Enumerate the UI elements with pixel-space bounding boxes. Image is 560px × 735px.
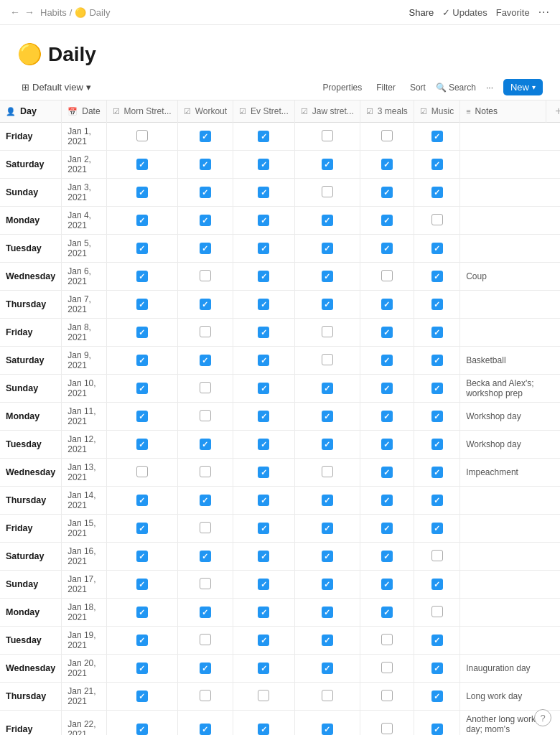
col-header-music[interactable]: ☑ Music [414,100,459,123]
checked-icon[interactable] [136,523,148,534]
cell-ev[interactable] [233,627,295,655]
cell-jaw[interactable] [294,655,360,683]
checked-icon[interactable] [200,551,211,562]
checked-icon[interactable] [200,299,211,310]
cell-day[interactable]: Saturday [0,347,62,375]
cell-morn[interactable] [106,487,177,515]
checked-icon[interactable] [431,724,443,735]
checked-icon[interactable] [136,327,148,338]
cell-workout[interactable] [177,375,233,403]
cell-day[interactable]: Sunday [0,375,62,403]
checked-icon[interactable] [322,439,333,450]
checked-icon[interactable] [200,495,211,506]
checked-icon[interactable] [381,187,393,198]
unchecked-icon[interactable] [200,326,211,337]
cell-day[interactable]: Thursday [0,487,62,515]
checked-icon[interactable] [381,495,393,506]
cell-morn[interactable] [106,655,177,683]
cell-day[interactable]: Monday [0,403,62,431]
cell-workout[interactable] [177,571,233,599]
cell-jaw[interactable] [294,487,360,515]
unchecked-icon[interactable] [200,270,211,281]
search-button[interactable]: 🔍 Search [436,83,476,93]
unchecked-icon[interactable] [322,690,333,701]
checked-icon[interactable] [258,579,269,590]
checked-icon[interactable] [381,551,393,562]
cell-meals[interactable] [360,319,414,347]
toolbar-more-button[interactable]: ··· [482,80,498,95]
cell-workout[interactable] [177,627,233,655]
cell-ev[interactable] [233,347,295,375]
cell-workout[interactable] [177,543,233,571]
cell-meals[interactable] [360,179,414,207]
checked-icon[interactable] [258,327,269,338]
checked-icon[interactable] [431,663,443,674]
checked-icon[interactable] [258,663,269,674]
cell-music[interactable] [414,571,459,599]
cell-ev[interactable] [233,151,295,179]
checked-icon[interactable] [258,467,269,478]
cell-music[interactable] [414,375,459,403]
checked-icon[interactable] [258,439,269,450]
unchecked-icon[interactable] [200,466,211,477]
cell-day[interactable]: Saturday [0,151,62,179]
unchecked-icon[interactable] [381,634,393,645]
cell-morn[interactable] [106,319,177,347]
cell-meals[interactable] [360,207,414,235]
checked-icon[interactable] [258,523,269,534]
cell-meals[interactable] [360,459,414,487]
cell-ev[interactable] [233,487,295,515]
cell-ev[interactable] [233,571,295,599]
cell-jaw[interactable] [294,235,360,263]
cell-day[interactable]: Wednesday [0,459,62,487]
cell-meals[interactable] [360,403,414,431]
cell-workout[interactable] [177,655,233,683]
checked-icon[interactable] [136,159,148,170]
sort-button[interactable]: Sort [406,80,430,95]
checked-icon[interactable] [431,495,443,506]
checked-icon[interactable] [381,467,393,478]
cell-meals[interactable] [360,235,414,263]
back-button[interactable]: ← [10,6,20,18]
unchecked-icon[interactable] [322,326,333,337]
cell-jaw[interactable] [294,627,360,655]
checked-icon[interactable] [431,411,443,422]
cell-day[interactable]: Wednesday [0,263,62,291]
checked-icon[interactable] [258,383,269,394]
cell-morn[interactable] [106,627,177,655]
new-button[interactable]: New ▾ [503,79,543,95]
checked-icon[interactable] [381,411,393,422]
cell-workout[interactable] [177,291,233,319]
cell-workout[interactable] [177,403,233,431]
cell-ev[interactable] [233,599,295,627]
cell-jaw[interactable] [294,683,360,711]
checked-icon[interactable] [431,467,443,478]
checked-icon[interactable] [322,215,333,226]
cell-morn[interactable] [106,459,177,487]
cell-ev[interactable] [233,319,295,347]
cell-meals[interactable] [360,263,414,291]
cell-music[interactable] [414,627,459,655]
cell-ev[interactable] [233,515,295,543]
checked-icon[interactable] [258,724,269,735]
cell-day[interactable]: Wednesday [0,655,62,683]
unchecked-icon[interactable] [200,690,211,701]
cell-music[interactable] [414,291,459,319]
cell-workout[interactable] [177,263,233,291]
unchecked-icon[interactable] [322,354,333,365]
cell-day[interactable]: Thursday [0,683,62,711]
unchecked-icon[interactable] [200,410,211,421]
checked-icon[interactable] [258,635,269,646]
checked-icon[interactable] [431,299,443,310]
checked-icon[interactable] [136,551,148,562]
cell-day[interactable]: Sunday [0,571,62,599]
cell-morn[interactable] [106,207,177,235]
checked-icon[interactable] [431,187,443,198]
checked-icon[interactable] [200,607,211,618]
checked-icon[interactable] [381,159,393,170]
checked-icon[interactable] [381,439,393,450]
checked-icon[interactable] [136,243,148,254]
unchecked-icon[interactable] [431,214,443,225]
checked-icon[interactable] [136,299,148,310]
checked-icon[interactable] [322,551,333,562]
